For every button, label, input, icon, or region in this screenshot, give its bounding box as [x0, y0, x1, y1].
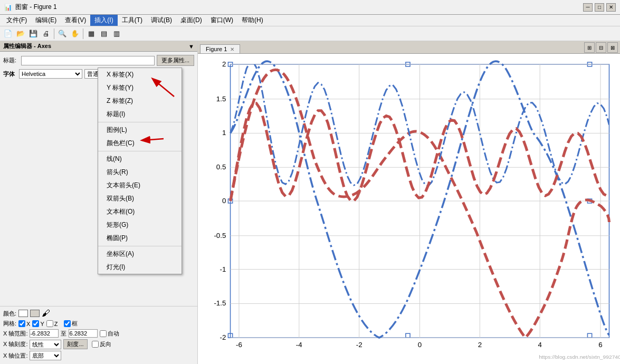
x-auto-checkbox[interactable]	[100, 330, 107, 337]
menu-xlabel[interactable]: X 标签(X)	[98, 68, 182, 81]
svg-text:-2: -2	[356, 341, 363, 349]
watermark-text: https://blog.csdn.net/sixtn_9927408	[539, 354, 620, 360]
new-button[interactable]: 📄	[2, 28, 14, 40]
menu-textarrow[interactable]: 文本箭头(E)	[98, 179, 182, 192]
print-button[interactable]: 🖨	[40, 28, 52, 40]
x-reverse-checkbox[interactable]	[92, 341, 99, 348]
menu-doublearrow[interactable]: 双箭头(B)	[98, 192, 182, 205]
grid-y-checkbox[interactable]	[32, 320, 39, 327]
menu-window[interactable]: 窗口(W)	[206, 15, 237, 26]
svg-text:2: 2	[478, 341, 482, 349]
menu-insert[interactable]: 插入(I)	[90, 15, 117, 26]
title-bar: 📊 图窗 - Figure 1 ─ □ ✕	[0, 0, 620, 15]
right-panel: Figure 1 ✕ ⊞ ⊟ ⊠	[198, 41, 620, 364]
menu-textbox[interactable]: 文本框(O)	[98, 205, 182, 218]
x-position-row: X 轴位置: 底部 顶部	[3, 351, 194, 360]
svg-text:6: 6	[598, 341, 602, 349]
figure-tab-close[interactable]: ✕	[230, 46, 234, 52]
grid3-button[interactable]: ▥	[111, 28, 122, 40]
title-bar-right: ─ □ ✕	[583, 3, 616, 12]
svg-text:-2: -2	[220, 333, 226, 341]
grid-z-label: Z	[46, 320, 58, 327]
frame-checkbox[interactable]	[64, 320, 71, 327]
zoom-button[interactable]: 🔍	[56, 28, 68, 40]
color-label: 颜色:	[3, 310, 16, 318]
foreground-color-box[interactable]	[18, 310, 28, 317]
svg-text:-1.5: -1.5	[214, 300, 226, 308]
x-range-to-label: 至	[61, 330, 66, 338]
menu-edit[interactable]: 编辑(E)	[31, 15, 61, 26]
property-editor-collapse[interactable]: ▼	[188, 43, 194, 50]
svg-text:-0.5: -0.5	[214, 232, 226, 240]
x-position-label: X 轴位置:	[3, 352, 27, 360]
font-family-select[interactable]: Helvetica	[19, 69, 82, 79]
fig-tb-grid1[interactable]: ⊞	[584, 42, 595, 53]
grid1-button[interactable]: ▦	[85, 28, 97, 40]
window-title: 图窗 - Figure 1	[15, 3, 57, 12]
menu-rectangle[interactable]: 矩形(G)	[98, 218, 182, 232]
more-props-button[interactable]: 更多属性...	[157, 55, 194, 66]
svg-text:1: 1	[222, 129, 226, 137]
figure-tab-label: Figure 1	[206, 46, 227, 52]
menu-ellipse[interactable]: 椭圆(P)	[98, 232, 182, 245]
app-icon: 📊	[4, 4, 12, 11]
x-range-from-input[interactable]: -6.2832	[30, 329, 59, 338]
property-editor-title: 属性编辑器 - Axes	[3, 42, 51, 50]
menu-tools[interactable]: 工具(T)	[118, 15, 147, 26]
svg-text:0: 0	[222, 197, 226, 205]
menu-desktop[interactable]: 桌面(D)	[176, 15, 206, 26]
paint-icon[interactable]: 🖌	[42, 309, 50, 318]
menu-axes[interactable]: 坐标区(A)	[98, 247, 182, 261]
figure-tab-1[interactable]: Figure 1 ✕	[200, 44, 240, 53]
open-button[interactable]: 📂	[15, 28, 26, 40]
title-bar-left: 📊 图窗 - Figure 1	[4, 3, 57, 12]
close-button[interactable]: ✕	[606, 3, 616, 12]
menu-bar: 文件(F) 编辑(E) 查看(V) 插入(I) 工具(T) 调试(B) 桌面(D…	[0, 15, 620, 26]
save-button[interactable]: 💾	[27, 28, 39, 40]
menu-colorbar[interactable]: 颜色栏(C)	[98, 137, 182, 150]
menu-light[interactable]: 灯光(I)	[98, 261, 182, 274]
dropdown-sep-1	[98, 122, 182, 122]
svg-text:-4: -4	[296, 341, 302, 349]
font-section-header: 字体	[3, 70, 15, 78]
grid-y-label: Y	[32, 320, 44, 327]
fig-tb-grid2[interactable]: ⊟	[596, 42, 606, 53]
toolbar-separator-2	[83, 28, 83, 39]
menu-legend[interactable]: 图例(L)	[98, 123, 182, 137]
x-range-to-input[interactable]: 6.2832	[69, 329, 98, 338]
figure-toolbar-icons: ⊞ ⊟ ⊠	[584, 42, 618, 53]
maximize-button[interactable]: □	[595, 3, 604, 12]
grid2-button[interactable]: ▤	[98, 28, 110, 40]
grid-x-checkbox[interactable]	[18, 320, 25, 327]
minimize-button[interactable]: ─	[583, 3, 593, 12]
menu-ylabel[interactable]: Y 标签(Y)	[98, 81, 182, 94]
color-row: 颜色: 🖌	[3, 309, 194, 318]
menu-zlabel[interactable]: Z 标签(Z)	[98, 94, 182, 108]
x-position-select[interactable]: 底部 顶部	[30, 351, 61, 360]
tick-button[interactable]: 刻度...	[63, 339, 87, 349]
frame-label: 框	[64, 320, 78, 328]
x-tick-row: X 轴刻度: 线性 对数 刻度... 反向	[3, 339, 194, 349]
title-input[interactable]	[21, 56, 155, 65]
grid-z-checkbox[interactable]	[46, 320, 53, 327]
toolbar: 📄 📂 💾 🖨 🔍 ✋ ▦ ▤ ▥	[0, 26, 620, 41]
fig-tb-grid3[interactable]: ⊠	[607, 42, 618, 53]
background-color-box[interactable]	[30, 310, 40, 317]
menu-view[interactable]: 查看(V)	[61, 15, 90, 26]
pan-button[interactable]: ✋	[69, 28, 81, 40]
menu-line[interactable]: 线(N)	[98, 152, 182, 166]
grid-x-label: X	[18, 320, 30, 327]
x-range-label: X 轴范围:	[3, 330, 27, 338]
menu-help[interactable]: 帮助(H)	[237, 15, 268, 26]
menu-arrow[interactable]: 箭头(R)	[98, 166, 182, 179]
x-tick-select[interactable]: 线性 对数	[30, 340, 61, 349]
svg-text:-6: -6	[236, 341, 242, 349]
menu-title-item[interactable]: 标题(I)	[98, 108, 182, 121]
menu-file[interactable]: 文件(F)	[2, 15, 31, 26]
svg-text:2: 2	[222, 60, 226, 68]
dropdown-sep-2	[98, 151, 182, 151]
property-editor-header: 属性编辑器 - Axes ▼	[0, 41, 197, 52]
menu-debug[interactable]: 调试(B)	[147, 15, 176, 26]
x-range-row: X 轴范围: -6.2832 至 6.2832 自动	[3, 329, 194, 338]
title-label: 标题:	[3, 56, 19, 64]
